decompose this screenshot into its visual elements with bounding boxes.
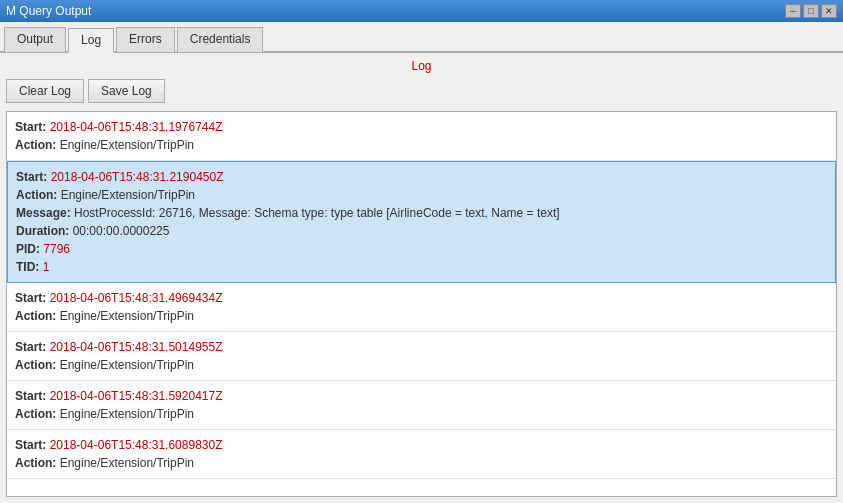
tab-bar: OutputLogErrorsCredentials	[0, 22, 843, 53]
log-field: Action: Engine/Extension/TripPin	[15, 136, 828, 154]
minimize-button[interactable]: –	[785, 4, 801, 18]
log-entry[interactable]: Start: 2018-04-06T15:48:31.4969434ZActio…	[7, 283, 836, 332]
log-field: Action: Engine/Extension/TripPin	[16, 186, 827, 204]
log-field: PID: 7796	[16, 240, 827, 258]
tab-credentials[interactable]: Credentials	[177, 27, 264, 52]
log-field: TID: 1	[16, 258, 827, 276]
close-button[interactable]: ✕	[821, 4, 837, 18]
log-entry[interactable]: Start: 2018-04-06T15:48:31.5920417ZActio…	[7, 381, 836, 430]
log-field: Action: Engine/Extension/TripPin	[15, 356, 828, 374]
tab-log[interactable]: Log	[68, 28, 114, 53]
log-field: Start: 2018-04-06T15:48:31.6089830Z	[15, 436, 828, 454]
log-field: Message: HostProcessId: 26716, Message: …	[16, 204, 827, 222]
window-body: OutputLogErrorsCredentials Log Clear Log…	[0, 22, 843, 503]
toolbar: Clear Log Save Log	[6, 79, 837, 103]
clear-log-button[interactable]: Clear Log	[6, 79, 84, 103]
window-title: M Query Output	[6, 4, 91, 18]
save-log-button[interactable]: Save Log	[88, 79, 165, 103]
maximize-button[interactable]: □	[803, 4, 819, 18]
log-field: Start: 2018-04-06T15:48:31.5920417Z	[15, 387, 828, 405]
log-field: Duration: 00:00:00.0000225	[16, 222, 827, 240]
log-field: Start: 2018-04-06T15:48:31.1976744Z	[15, 118, 828, 136]
log-field: Start: 2018-04-06T15:48:31.5014955Z	[15, 338, 828, 356]
log-title: Log	[6, 59, 837, 73]
log-field: Start: 2018-04-06T15:48:31.4969434Z	[15, 289, 828, 307]
tab-errors[interactable]: Errors	[116, 27, 175, 52]
log-entry[interactable]: Start: 2018-04-06T15:48:31.5014955ZActio…	[7, 332, 836, 381]
log-field: Action: Engine/Extension/TripPin	[15, 405, 828, 423]
log-entry[interactable]: Start: 2018-04-06T15:48:31.1976744ZActio…	[7, 112, 836, 161]
log-entry[interactable]: Start: 2018-04-06T15:48:31.2190450ZActio…	[7, 161, 836, 283]
log-container[interactable]: Start: 2018-04-06T15:48:31.1976744ZActio…	[6, 111, 837, 497]
content-area: Log Clear Log Save Log Start: 2018-04-06…	[0, 53, 843, 503]
log-field: Start: 2018-04-06T15:48:31.2190450Z	[16, 168, 827, 186]
title-bar: M Query Output – □ ✕	[0, 0, 843, 22]
log-field: Action: Engine/Extension/TripPin	[15, 307, 828, 325]
log-entry[interactable]: Start: 2018-04-06T15:48:31.6089830ZActio…	[7, 430, 836, 479]
tab-output[interactable]: Output	[4, 27, 66, 52]
log-field: Action: Engine/Extension/TripPin	[15, 454, 828, 472]
